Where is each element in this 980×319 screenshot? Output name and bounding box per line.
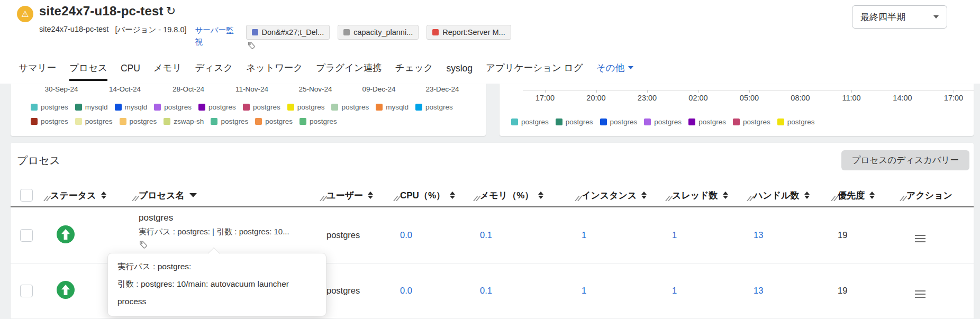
process-name[interactable]: postgres [139,213,326,223]
column-header-threads[interactable]: スレッド数 [672,189,754,202]
column-resize-grip[interactable] [474,196,479,201]
tag-icon[interactable] [139,240,148,249]
x-axis-tick-label: 05:00 [737,94,762,102]
sort-icon[interactable] [869,192,875,199]
row-checkbox[interactable] [20,285,33,297]
column-resize-grip[interactable] [666,196,672,201]
select-all-checkbox[interactable] [20,189,33,202]
legend-swatch [600,119,607,125]
tag-chip[interactable]: capacity_planni... [338,25,419,40]
legend-item[interactable]: postgres [688,118,726,126]
threads-value-link[interactable]: 1 [672,230,677,240]
tab-disk[interactable]: ディスク [195,61,233,81]
column-header-priority[interactable]: 優先度 [838,189,906,202]
cpu-value-link[interactable]: 0.0 [400,286,412,295]
actions-menu-icon[interactable] [915,290,925,298]
column-resize-grip[interactable] [320,196,326,201]
legend-label: postgres [341,103,369,111]
sort-desc-icon[interactable] [189,193,197,197]
server-monitor-link[interactable]: サーバー監視 [195,25,237,48]
sort-icon[interactable] [538,192,543,199]
sort-icon[interactable] [368,192,373,199]
column-header-status[interactable]: ステータス [50,189,139,202]
memory-value-link[interactable]: 0.1 [480,286,492,295]
process-discovery-button[interactable]: プロセスのディスカバリー [841,150,969,170]
legend-item[interactable]: postgres [600,118,638,126]
legend-item[interactable]: postgres [777,118,815,126]
legend-item[interactable]: mysqld [376,103,409,111]
column-resize-grip[interactable] [747,196,753,201]
column-header-user[interactable]: ユーザー [326,189,400,202]
process-chart-card-right: 17:0020:0023:0002:0005:0008:0011:0014:00… [500,84,974,136]
instances-value-link[interactable]: 1 [582,230,586,240]
threads-value-link[interactable]: 1 [672,286,677,295]
tab-plugin-integration[interactable]: プラグイン連携 [316,61,382,81]
column-resize-grip[interactable] [44,196,50,201]
legend-item[interactable]: postgres [644,118,682,126]
legend-label: postgres [566,118,593,126]
legend-item[interactable]: postgres [331,103,369,111]
tab-application-log[interactable]: アプリケーション ログ [486,61,583,81]
legend-item[interactable]: postgres [255,117,293,125]
sort-icon[interactable] [804,192,810,199]
column-resize-grip[interactable] [831,196,837,201]
legend-item[interactable]: mysqld [75,103,108,111]
legend-item[interactable]: postgres [198,103,236,111]
legend-item[interactable]: postgres [243,103,280,111]
legend-item[interactable]: postgres [733,118,770,126]
legend-item[interactable]: postgres [31,103,68,111]
column-resize-grip[interactable] [575,196,581,201]
column-resize-grip[interactable] [900,196,906,201]
monitor-tabs: サマリー プロセス CPU メモリ ディスク ネットワーク プラグイン連携 チェ… [19,61,633,81]
tag-icon[interactable] [247,41,256,50]
tab-memory[interactable]: メモリ [153,61,182,81]
x-axis-tick-label: 23-Dec-24 [423,85,461,93]
legend-swatch [733,119,740,125]
legend-swatch [120,118,126,125]
memory-value-link[interactable]: 0.1 [480,230,492,240]
legend-item[interactable]: postgres [287,103,325,111]
column-header-process-name[interactable]: プロセス名 [139,189,326,202]
tab-summary[interactable]: サマリー [19,61,56,81]
legend-item[interactable]: postgres [75,117,113,125]
cpu-value-link[interactable]: 0.0 [400,230,412,240]
tab-network[interactable]: ネットワーク [246,61,303,81]
tab-process[interactable]: プロセス [69,61,107,81]
sort-icon[interactable] [450,192,455,199]
legend-item[interactable]: postgres [300,117,337,125]
legend-item[interactable]: postgres [556,118,593,126]
actions-menu-icon[interactable] [915,235,925,242]
tab-cpu[interactable]: CPU [121,63,140,81]
column-header-handles[interactable]: ハンドル数 [754,189,838,202]
period-dropdown[interactable]: 最終四半期 [852,5,947,29]
column-header-instances[interactable]: インスタンス [582,189,672,202]
tag-chip[interactable]: Report:Server M... [427,25,511,40]
column-resize-grip[interactable] [394,196,400,201]
x-axis-line [523,90,974,90]
sort-icon[interactable] [723,192,728,199]
legend-item[interactable]: postgres [120,117,157,125]
instances-value-link[interactable]: 1 [582,286,586,295]
handles-value-link[interactable]: 13 [754,230,763,240]
legend-item[interactable]: mysqld [115,103,148,111]
legend-item[interactable]: postgres [511,118,549,126]
refresh-icon[interactable]: ↻ [166,5,176,17]
tab-check[interactable]: チェック [395,61,433,81]
legend-item[interactable]: postgres [154,103,192,111]
legend-item[interactable]: zswap-sh [164,117,204,125]
row-checkbox[interactable] [20,229,33,242]
column-resize-grip[interactable] [132,196,138,201]
legend-item[interactable]: postgres [415,103,453,111]
handles-value-link[interactable]: 13 [754,286,763,295]
sort-icon[interactable] [641,192,647,199]
tab-syslog[interactable]: syslog [446,63,473,81]
legend-item[interactable]: postgres [211,117,248,125]
tag-chip[interactable]: Don&#x27;t_Del... [246,25,330,40]
legend-swatch [164,118,170,125]
column-header-memory[interactable]: メモリ（%） [480,189,582,202]
legend-item[interactable]: postgres [31,117,68,125]
sort-icon[interactable] [101,192,106,199]
tab-more[interactable]: その他 [596,61,633,81]
column-header-cpu[interactable]: CPU（%） [400,189,480,202]
warning-glyph: ⚠ [21,9,29,19]
